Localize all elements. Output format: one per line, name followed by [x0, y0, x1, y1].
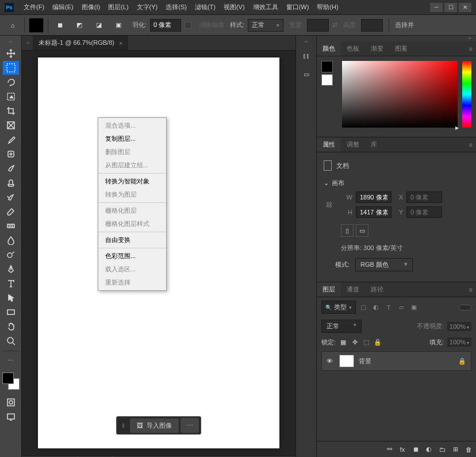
menu-窗口(W)[interactable]: 窗口(W) [282, 2, 313, 13]
filter-adjust-icon[interactable]: ◐ [371, 304, 381, 311]
visibility-icon[interactable]: 👁 [327, 358, 335, 364]
maximize-button[interactable]: ☐ [444, 3, 457, 12]
color-picker[interactable]: ▶ [342, 61, 458, 128]
layer-fx-icon[interactable]: fx [398, 446, 406, 453]
tab-close-icon[interactable]: × [119, 40, 122, 47]
lock-position-icon[interactable]: ✜ [351, 339, 359, 346]
portrait-icon[interactable]: ▯ [341, 224, 354, 237]
layer-name[interactable]: 背景 [359, 357, 371, 366]
context-item[interactable]: 转换为智能对象 [98, 175, 166, 188]
quick-mask-icon[interactable] [3, 395, 19, 409]
home-icon[interactable]: ⌂ [5, 17, 21, 33]
panel-tab[interactable]: 属性 [317, 137, 341, 152]
import-more-button[interactable]: ⋯ [181, 418, 199, 433]
menu-滤镜(T)[interactable]: 滤镜(T) [191, 2, 220, 13]
link-wh-icon[interactable]: ⛓ [326, 201, 335, 208]
filter-smart-icon[interactable]: ▣ [409, 304, 419, 311]
panel-tab[interactable]: 库 [365, 137, 383, 152]
eyedropper-tool[interactable] [3, 133, 19, 147]
new-selection-icon[interactable]: ◼ [52, 17, 68, 33]
panel-tab[interactable]: 颜色 [317, 41, 341, 56]
layer-mask-icon[interactable]: ◼ [412, 446, 420, 453]
comments-panel-icon[interactable]: ▭ [300, 67, 313, 81]
layer-filter-select[interactable]: 类型 [321, 301, 356, 314]
blur-tool[interactable] [3, 233, 19, 247]
menu-视图(V)[interactable]: 视图(V) [220, 2, 249, 13]
frame-tool[interactable] [3, 118, 19, 132]
hand-tool[interactable] [3, 320, 19, 333]
lock-pixels-icon[interactable]: ▦ [339, 339, 347, 346]
link-layers-icon[interactable]: ⚯ [385, 446, 393, 453]
menu-文字(Y)[interactable]: 文字(Y) [133, 2, 162, 13]
rectangle-tool[interactable] [3, 305, 19, 319]
panel-tab[interactable]: 通道 [341, 282, 365, 297]
healing-brush-tool[interactable] [3, 147, 19, 161]
color-fg-swatch[interactable] [321, 61, 333, 72]
hue-slider[interactable] [462, 61, 471, 128]
add-selection-icon[interactable]: ◩ [71, 17, 87, 33]
menu-文件(F)[interactable]: 文件(F) [20, 2, 48, 13]
filter-image-icon[interactable]: ▢ [358, 304, 368, 311]
filter-toggle[interactable] [459, 305, 471, 310]
zoom-tool[interactable] [3, 334, 19, 348]
subtract-selection-icon[interactable]: ◪ [91, 17, 107, 33]
color-mode-select[interactable]: RGB 颜色 [355, 258, 413, 271]
move-tool[interactable] [3, 47, 19, 60]
lock-all-icon[interactable]: 🔒 [374, 339, 382, 346]
width-input[interactable] [356, 191, 391, 203]
lasso-tool[interactable] [3, 75, 19, 89]
edit-toolbar-icon[interactable]: ⋯ [3, 354, 19, 367]
adjustment-layer-icon[interactable]: ◐ [425, 446, 433, 453]
lock-nest-icon[interactable]: ⬚ [362, 339, 370, 346]
context-item[interactable]: 色彩范围... [98, 249, 166, 263]
layer-row[interactable]: 👁 背景 🔒 [321, 351, 471, 371]
panel-menu-icon[interactable]: ≡ [469, 45, 473, 52]
new-layer-icon[interactable]: ⊞ [451, 446, 459, 453]
panel-tab[interactable]: 渐变 [365, 41, 389, 56]
panel-menu-icon[interactable]: ≡ [469, 286, 473, 293]
canvas-section-header[interactable]: ⌄画布 [324, 176, 469, 190]
menu-选择(S)[interactable]: 选择(S) [162, 2, 191, 13]
import-image-button[interactable]: 🖼导入图像 [130, 418, 179, 433]
height-input[interactable] [356, 206, 391, 218]
delete-layer-icon[interactable]: 🗑 [465, 446, 473, 453]
intersect-selection-icon[interactable]: ▣ [110, 17, 126, 33]
rectangular-marquee-tool[interactable] [3, 61, 19, 75]
context-item[interactable]: 复制图层... [98, 132, 166, 145]
screen-mode-icon[interactable] [3, 410, 19, 424]
landscape-icon[interactable]: ▭ [356, 224, 368, 237]
menu-增效工具[interactable]: 增效工具 [249, 2, 282, 13]
panel-tab[interactable]: 色板 [341, 41, 365, 56]
feather-input[interactable] [150, 19, 181, 32]
context-item[interactable]: 自由变换 [98, 233, 166, 247]
crop-tool[interactable] [3, 104, 19, 118]
marquee-tool-preset-icon[interactable] [28, 17, 44, 33]
close-button[interactable]: ✕ [459, 3, 471, 12]
document-tab[interactable]: 未标题-1 @ 66.7%(RGB/8)× [33, 36, 128, 50]
panel-tab[interactable]: 路径 [365, 282, 389, 297]
dodge-tool[interactable] [3, 248, 19, 262]
foreground-color[interactable] [2, 372, 14, 384]
layer-thumbnail[interactable] [339, 355, 354, 367]
layer-lock-icon[interactable]: 🔒 [458, 358, 466, 365]
object-selection-tool[interactable] [3, 90, 19, 103]
type-tool[interactable] [3, 276, 19, 290]
panel-icon-1[interactable]: ⫿⫿ [300, 49, 313, 63]
color-bg-swatch[interactable] [321, 74, 333, 86]
select-mask-button[interactable]: 选择并 [395, 21, 414, 29]
clone-stamp-tool[interactable] [3, 176, 19, 190]
pen-tool[interactable] [3, 262, 19, 276]
panel-tab[interactable]: 图案 [389, 41, 413, 56]
menu-编辑(E)[interactable]: 编辑(E) [48, 2, 78, 13]
color-swatches[interactable] [2, 372, 20, 390]
gradient-tool[interactable] [3, 219, 19, 233]
eraser-tool[interactable] [3, 205, 19, 218]
panel-menu-icon[interactable]: ≡ [469, 141, 473, 148]
layer-group-icon[interactable]: 🗀 [438, 446, 446, 453]
brush-tool[interactable] [3, 162, 19, 175]
menu-图像(I)[interactable]: 图像(I) [78, 2, 104, 13]
canvas[interactable]: 混合选项...复制图层...删除图层从图层建立组...转换为智能对象转换为图层栅… [38, 57, 279, 448]
menu-帮助(H)[interactable]: 帮助(H) [313, 2, 342, 13]
filter-shape-icon[interactable]: ▱ [396, 304, 406, 311]
panel-tab[interactable]: 调整 [341, 137, 365, 152]
